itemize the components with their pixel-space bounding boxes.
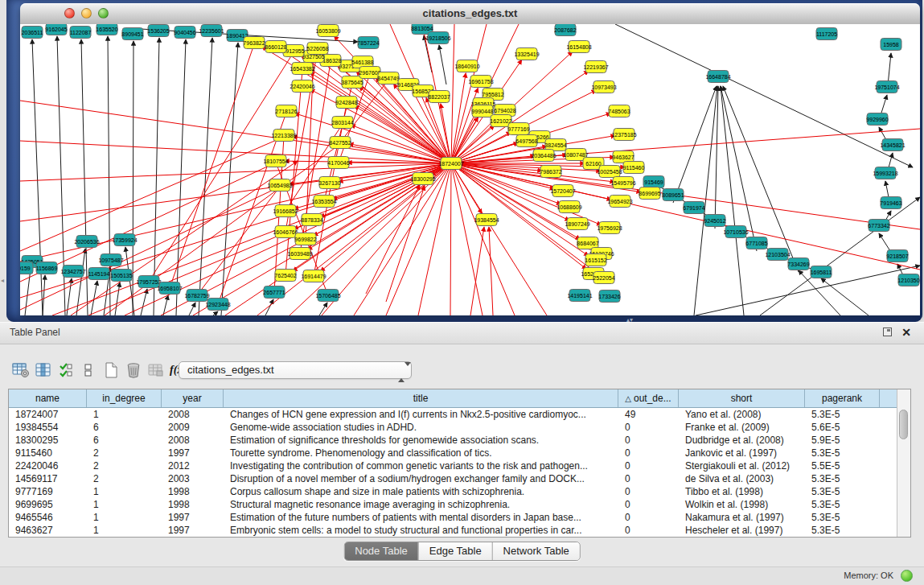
graph-node-teal[interactable]: 7857224	[357, 37, 379, 49]
graph-node-teal[interactable]: 1505135	[110, 270, 132, 282]
table-row[interactable]: 1938455462009Genome-wide association stu…	[9, 421, 897, 434]
table-cell[interactable]: 5.3E-5	[805, 408, 880, 421]
table-cell[interactable]: Disruption of a novel member of a sodium…	[224, 472, 618, 485]
graph-node-hub[interactable]: 18724007	[438, 158, 463, 170]
graph-node-teal[interactable]: 15993218	[873, 167, 897, 179]
network-window-titlebar[interactable]: citations_edges.txt	[20, 3, 920, 25]
graph-node-yellow[interactable]: 18907249	[565, 218, 589, 230]
table-cell[interactable]: 5.3E-5	[805, 472, 880, 485]
graph-node-teal[interactable]: 10710536	[723, 226, 748, 238]
graph-node-yellow[interactable]: 19166852	[273, 205, 298, 217]
row-visibility-icon[interactable]	[79, 360, 97, 380]
graph-node-teal[interactable]: 15958	[881, 39, 901, 51]
graph-node-teal[interactable]: 7919463	[880, 197, 901, 209]
table-cell[interactable]: 19384554	[9, 421, 87, 434]
graph-node-yellow[interactable]: 5226058	[306, 43, 328, 55]
table-cell[interactable]: 2	[87, 472, 162, 485]
import-table-icon[interactable]	[146, 360, 165, 380]
graph-node-yellow[interactable]: 16353554	[311, 196, 336, 208]
node-table-grid[interactable]: namein_degreeyeartitle△out_de...shortpag…	[9, 389, 897, 537]
graph-node-yellow[interactable]: 16053809	[315, 25, 340, 37]
graph-node-yellow[interactable]: 18300295	[410, 173, 435, 185]
table-source-dropdown[interactable]: citations_edges.txt	[179, 361, 412, 379]
graph-node-yellow[interactable]: 8699695	[639, 187, 660, 200]
graph-node-teal[interactable]: 12235601	[199, 25, 224, 37]
table-cell[interactable]: Franke et al. (2009)	[679, 421, 805, 434]
table-row[interactable]: 977716911998Corpus callosum shape and si…	[9, 485, 897, 498]
graph-node-teal[interactable]: 39159	[20, 262, 33, 274]
float-window-icon[interactable]	[883, 328, 892, 336]
table-cell[interactable]: 5.9E-5	[805, 434, 880, 447]
table-cell[interactable]: 9699695	[9, 498, 87, 511]
column-header-pagerank[interactable]: pagerank	[805, 389, 880, 407]
graph-node-yellow[interactable]: 2803144	[331, 117, 353, 129]
graph-node-yellow[interactable]: 9699822	[294, 233, 316, 245]
graph-node-yellow[interactable]: 7963822	[243, 37, 265, 49]
graph-node-yellow[interactable]: 18107554	[263, 155, 288, 167]
table-cell[interactable]: 5.3E-5	[805, 485, 880, 498]
graph-node-teal[interactable]: 19751074	[874, 81, 899, 93]
table-cell[interactable]: 9777169	[9, 485, 87, 498]
graph-node-teal[interactable]: 1536205	[147, 25, 169, 37]
table-header-row[interactable]: namein_degreeyeartitle△out_de...shortpag…	[9, 389, 897, 408]
graph-node-yellow[interactable]: 3267130	[318, 177, 340, 189]
graph-node-yellow[interactable]: 7625402	[274, 270, 296, 282]
table-cell[interactable]: Yano et al. (2008)	[679, 408, 805, 421]
table-cell[interactable]: Nakamura et al. (1997)	[679, 511, 805, 524]
table-cell[interactable]: de Silva et al. (2003)	[679, 472, 805, 485]
table-cell[interactable]: 0	[618, 434, 679, 447]
graph-node-yellow[interactable]: 16039489	[287, 248, 312, 260]
table-body[interactable]: 1872400712008Changes of HCN gene express…	[9, 408, 897, 537]
graph-node-yellow[interactable]: 9777169	[507, 123, 529, 135]
table-cell[interactable]: 5.3E-5	[805, 447, 880, 459]
table-column-icon[interactable]	[34, 360, 52, 380]
graph-node-yellow[interactable]: 19654923	[607, 196, 632, 208]
graph-node-yellow[interactable]: 9990448	[471, 105, 493, 117]
graph-node-teal[interactable]: 16782759	[184, 290, 209, 302]
graph-node-yellow[interactable]: 6497568	[515, 135, 537, 147]
table-cell[interactable]: 6	[87, 434, 162, 447]
citation-network-graph[interactable]: 2036511916204511220871635520890945115362…	[20, 24, 920, 315]
graph-node-teal[interactable]: 8909451	[121, 28, 143, 40]
table-cell[interactable]: 18300295	[9, 434, 87, 447]
table-cell[interactable]: 2	[87, 447, 162, 459]
column-header-name[interactable]: name	[9, 389, 87, 407]
table-cell[interactable]: Investigating the contribution of common…	[224, 459, 618, 472]
graph-node-teal[interactable]: 10975487	[98, 254, 123, 266]
graph-node-teal[interactable]: 12923448	[205, 299, 230, 311]
table-vertical-scrollbar[interactable]	[897, 389, 910, 537]
table-cell[interactable]: 9465546	[9, 511, 87, 524]
table-cell[interactable]: 0	[618, 511, 679, 524]
graph-node-yellow[interactable]: 7485063	[608, 105, 630, 117]
table-cell[interactable]: 18724007	[9, 408, 87, 421]
network-window[interactable]: citations_edges.txt 20365119162045112208…	[20, 3, 920, 315]
graph-node-yellow[interactable]: 7986372	[540, 166, 561, 178]
scrollbar-thumb[interactable]	[899, 410, 908, 439]
table-cell[interactable]: 1997	[162, 511, 224, 524]
table-cell[interactable]: Tibbo et al. (1998)	[679, 485, 805, 498]
table-cell[interactable]: 2009	[162, 421, 224, 434]
memory-status-icon[interactable]	[901, 570, 913, 582]
table-cell[interactable]: 1	[87, 485, 162, 498]
graph-node-teal[interactable]: 1733426	[598, 290, 620, 303]
graph-node-teal[interactable]: 1695811	[811, 266, 832, 278]
graph-node-yellow[interactable]: 16914479	[301, 270, 326, 282]
column-header-short[interactable]: short	[679, 389, 805, 407]
graph-node-teal[interactable]: 915469	[643, 176, 664, 188]
graph-node-yellow[interactable]: 22420046	[290, 80, 314, 93]
table-row[interactable]: 1456911722003Disruption of a novel membe…	[9, 472, 897, 485]
table-cell[interactable]: 1997	[162, 447, 224, 459]
graph-node-yellow[interactable]: 2718126	[275, 105, 297, 117]
table-cell[interactable]: Corpus callosum shape and size in male p…	[224, 485, 618, 498]
graph-node-teal[interactable]: 12103504	[765, 249, 790, 261]
graph-node-yellow[interactable]: 13325419	[514, 48, 539, 60]
graph-node-teal[interactable]: 9040456	[174, 27, 195, 39]
table-cell[interactable]: 2003	[162, 472, 224, 485]
graph-node-yellow[interactable]: 8454749	[377, 72, 399, 84]
column-header-in_degree[interactable]: in_degree	[87, 389, 162, 407]
graph-node-yellow[interactable]: 10654983	[267, 179, 292, 192]
table-row[interactable]: 946554611997Estimation of the future num…	[9, 511, 897, 524]
graph-node-teal[interactable]: 9929960	[866, 113, 888, 126]
graph-node-yellow[interactable]: 15495796	[610, 177, 635, 189]
table-cell[interactable]: 5.3E-5	[805, 498, 880, 511]
